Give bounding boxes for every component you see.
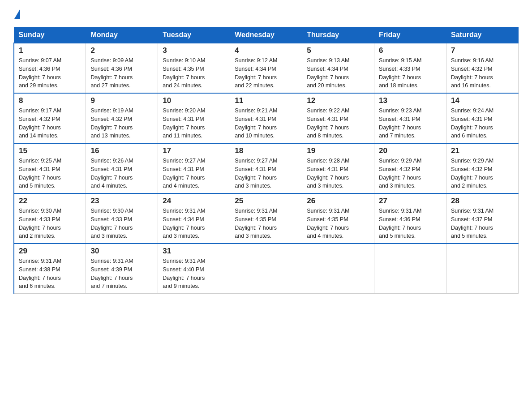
calendar-week-row: 1 Sunrise: 9:07 AMSunset: 4:36 PMDayligh…: [14, 43, 519, 93]
day-number: 4: [235, 46, 297, 55]
day-info: Sunrise: 9:10 AMSunset: 4:35 PMDaylight:…: [163, 56, 225, 90]
day-info: Sunrise: 9:20 AMSunset: 4:31 PMDaylight:…: [163, 107, 225, 140]
day-number: 3: [163, 46, 225, 55]
day-info: Sunrise: 9:13 AMSunset: 4:34 PMDaylight:…: [307, 56, 369, 90]
day-number: 21: [451, 146, 514, 155]
calendar-cell: 28 Sunrise: 9:31 AMSunset: 4:37 PMDaylig…: [446, 193, 519, 244]
day-number: 6: [379, 46, 442, 55]
day-info: Sunrise: 9:17 AMSunset: 4:32 PMDaylight:…: [19, 107, 81, 140]
calendar-header-row: SundayMondayTuesdayWednesdayThursdayFrid…: [14, 27, 519, 43]
day-info: Sunrise: 9:31 AMSunset: 4:39 PMDaylight:…: [90, 257, 153, 291]
calendar-cell: 25 Sunrise: 9:31 AMSunset: 4:35 PMDaylig…: [230, 193, 302, 244]
day-info: Sunrise: 9:19 AMSunset: 4:32 PMDaylight:…: [90, 107, 153, 140]
calendar-cell: 18 Sunrise: 9:27 AMSunset: 4:31 PMDaylig…: [230, 143, 302, 193]
calendar-cell: 2 Sunrise: 9:09 AMSunset: 4:36 PMDayligh…: [86, 43, 158, 93]
calendar-cell: 31 Sunrise: 9:31 AMSunset: 4:40 PMDaylig…: [158, 244, 230, 294]
calendar-cell: 4 Sunrise: 9:12 AMSunset: 4:34 PMDayligh…: [230, 43, 302, 93]
day-number: 20: [379, 146, 442, 155]
calendar-cell: 21 Sunrise: 9:29 AMSunset: 4:32 PMDaylig…: [446, 143, 519, 193]
day-number: 19: [307, 146, 369, 155]
calendar-cell: [446, 244, 519, 294]
calendar-week-row: 22 Sunrise: 9:30 AMSunset: 4:33 PMDaylig…: [14, 193, 519, 244]
calendar-cell: 12 Sunrise: 9:22 AMSunset: 4:31 PMDaylig…: [302, 93, 374, 143]
day-number: 15: [19, 146, 81, 155]
calendar-cell: 29 Sunrise: 9:31 AMSunset: 4:38 PMDaylig…: [14, 244, 86, 294]
calendar-cell: 1 Sunrise: 9:07 AMSunset: 4:36 PMDayligh…: [14, 43, 86, 93]
day-number: 14: [451, 96, 514, 105]
calendar-table: SundayMondayTuesdayWednesdayThursdayFrid…: [13, 27, 519, 294]
calendar-cell: 9 Sunrise: 9:19 AMSunset: 4:32 PMDayligh…: [86, 93, 158, 143]
day-number: 22: [19, 197, 81, 206]
day-number: 12: [307, 96, 369, 105]
logo: [13, 9, 21, 19]
col-header-friday: Friday: [374, 27, 446, 43]
day-number: 24: [163, 197, 225, 206]
day-info: Sunrise: 9:22 AMSunset: 4:31 PMDaylight:…: [307, 107, 369, 140]
day-number: 8: [19, 96, 81, 105]
day-info: Sunrise: 9:29 AMSunset: 4:32 PMDaylight:…: [379, 157, 442, 190]
calendar-cell: [230, 244, 302, 294]
calendar-cell: 22 Sunrise: 9:30 AMSunset: 4:33 PMDaylig…: [14, 193, 86, 244]
col-header-tuesday: Tuesday: [158, 27, 230, 43]
col-header-thursday: Thursday: [302, 27, 374, 43]
calendar-cell: 19 Sunrise: 9:28 AMSunset: 4:31 PMDaylig…: [302, 143, 374, 193]
calendar-cell: 24 Sunrise: 9:31 AMSunset: 4:34 PMDaylig…: [158, 193, 230, 244]
calendar-cell: [374, 244, 446, 294]
day-number: 31: [163, 247, 225, 256]
day-info: Sunrise: 9:31 AMSunset: 4:40 PMDaylight:…: [163, 257, 225, 291]
calendar-cell: [302, 244, 374, 294]
calendar-cell: 6 Sunrise: 9:15 AMSunset: 4:33 PMDayligh…: [374, 43, 446, 93]
day-number: 1: [19, 46, 81, 55]
calendar-cell: 17 Sunrise: 9:27 AMSunset: 4:31 PMDaylig…: [158, 143, 230, 193]
day-info: Sunrise: 9:30 AMSunset: 4:33 PMDaylight:…: [90, 207, 153, 240]
day-info: Sunrise: 9:30 AMSunset: 4:33 PMDaylight:…: [19, 207, 81, 240]
day-info: Sunrise: 9:31 AMSunset: 4:35 PMDaylight:…: [307, 207, 369, 240]
col-header-sunday: Sunday: [14, 27, 86, 43]
day-number: 23: [90, 197, 153, 206]
day-info: Sunrise: 9:31 AMSunset: 4:38 PMDaylight:…: [19, 257, 81, 291]
day-info: Sunrise: 9:26 AMSunset: 4:31 PMDaylight:…: [90, 157, 153, 190]
calendar-cell: 23 Sunrise: 9:30 AMSunset: 4:33 PMDaylig…: [86, 193, 158, 244]
day-number: 28: [451, 197, 514, 206]
day-info: Sunrise: 9:27 AMSunset: 4:31 PMDaylight:…: [163, 157, 225, 190]
day-number: 11: [235, 96, 297, 105]
day-info: Sunrise: 9:31 AMSunset: 4:36 PMDaylight:…: [379, 207, 442, 240]
day-info: Sunrise: 9:28 AMSunset: 4:31 PMDaylight:…: [307, 157, 369, 190]
calendar-cell: 14 Sunrise: 9:24 AMSunset: 4:31 PMDaylig…: [446, 93, 519, 143]
calendar-cell: 5 Sunrise: 9:13 AMSunset: 4:34 PMDayligh…: [302, 43, 374, 93]
calendar-cell: 11 Sunrise: 9:21 AMSunset: 4:31 PMDaylig…: [230, 93, 302, 143]
day-info: Sunrise: 9:16 AMSunset: 4:32 PMDaylight:…: [451, 56, 514, 90]
page-header: [13, 9, 519, 19]
day-info: Sunrise: 9:23 AMSunset: 4:31 PMDaylight:…: [379, 107, 442, 140]
day-info: Sunrise: 9:15 AMSunset: 4:33 PMDaylight:…: [379, 56, 442, 90]
day-info: Sunrise: 9:12 AMSunset: 4:34 PMDaylight:…: [235, 56, 297, 90]
calendar-cell: 10 Sunrise: 9:20 AMSunset: 4:31 PMDaylig…: [158, 93, 230, 143]
col-header-saturday: Saturday: [446, 27, 519, 43]
day-number: 17: [163, 146, 225, 155]
logo-blue-part: [13, 9, 21, 19]
day-info: Sunrise: 9:25 AMSunset: 4:31 PMDaylight:…: [19, 157, 81, 190]
calendar-cell: 26 Sunrise: 9:31 AMSunset: 4:35 PMDaylig…: [302, 193, 374, 244]
day-number: 5: [307, 46, 369, 55]
calendar-cell: 27 Sunrise: 9:31 AMSunset: 4:36 PMDaylig…: [374, 193, 446, 244]
calendar-cell: 16 Sunrise: 9:26 AMSunset: 4:31 PMDaylig…: [86, 143, 158, 193]
calendar-week-row: 15 Sunrise: 9:25 AMSunset: 4:31 PMDaylig…: [14, 143, 519, 193]
day-number: 25: [235, 197, 297, 206]
day-number: 7: [451, 46, 514, 55]
calendar-cell: 13 Sunrise: 9:23 AMSunset: 4:31 PMDaylig…: [374, 93, 446, 143]
day-info: Sunrise: 9:07 AMSunset: 4:36 PMDaylight:…: [19, 56, 81, 90]
col-header-wednesday: Wednesday: [230, 27, 302, 43]
day-number: 30: [90, 247, 153, 256]
calendar-cell: 15 Sunrise: 9:25 AMSunset: 4:31 PMDaylig…: [14, 143, 86, 193]
day-info: Sunrise: 9:21 AMSunset: 4:31 PMDaylight:…: [235, 107, 297, 140]
day-info: Sunrise: 9:29 AMSunset: 4:32 PMDaylight:…: [451, 157, 514, 190]
col-header-monday: Monday: [86, 27, 158, 43]
day-info: Sunrise: 9:31 AMSunset: 4:34 PMDaylight:…: [163, 207, 225, 240]
calendar-cell: 8 Sunrise: 9:17 AMSunset: 4:32 PMDayligh…: [14, 93, 86, 143]
calendar-cell: 30 Sunrise: 9:31 AMSunset: 4:39 PMDaylig…: [86, 244, 158, 294]
day-number: 10: [163, 96, 225, 105]
calendar-cell: 7 Sunrise: 9:16 AMSunset: 4:32 PMDayligh…: [446, 43, 519, 93]
calendar-cell: 3 Sunrise: 9:10 AMSunset: 4:35 PMDayligh…: [158, 43, 230, 93]
calendar-cell: 20 Sunrise: 9:29 AMSunset: 4:32 PMDaylig…: [374, 143, 446, 193]
logo-triangle-icon: [14, 9, 20, 19]
